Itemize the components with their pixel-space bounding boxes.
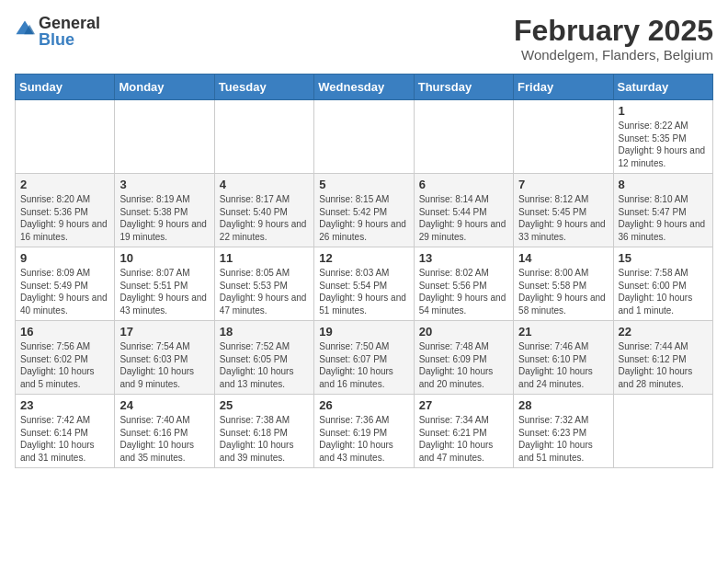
page-header: General Blue February 2025 Wondelgem, Fl… <box>15 15 713 63</box>
day-number: 26 <box>319 398 408 412</box>
day-number: 4 <box>220 178 309 191</box>
day-info: Sunrise: 7:34 AM Sunset: 6:21 PM Dayligh… <box>419 414 508 464</box>
calendar-cell <box>414 100 513 174</box>
day-info: Sunrise: 8:05 AM Sunset: 5:53 PM Dayligh… <box>220 267 309 316</box>
calendar-cell <box>314 100 414 174</box>
title-area: February 2025 Wondelgem, Flanders, Belgi… <box>514 15 713 63</box>
calendar-cell: 19Sunrise: 7:50 AM Sunset: 6:07 PM Dayli… <box>314 321 414 395</box>
calendar-cell <box>16 100 115 174</box>
day-info: Sunrise: 8:15 AM Sunset: 5:42 PM Dayligh… <box>319 193 408 243</box>
calendar-cell: 23Sunrise: 7:42 AM Sunset: 6:14 PM Dayli… <box>16 395 115 468</box>
day-info: Sunrise: 8:09 AM Sunset: 5:49 PM Dayligh… <box>20 267 109 316</box>
calendar-cell: 26Sunrise: 7:36 AM Sunset: 6:19 PM Dayli… <box>314 395 414 468</box>
day-info: Sunrise: 7:52 AM Sunset: 6:05 PM Dayligh… <box>220 340 309 390</box>
location-subtitle: Wondelgem, Flanders, Belgium <box>514 47 713 63</box>
day-info: Sunrise: 8:03 AM Sunset: 5:54 PM Dayligh… <box>319 267 408 316</box>
day-number: 22 <box>619 325 708 339</box>
day-number: 3 <box>119 178 209 191</box>
day-info: Sunrise: 8:07 AM Sunset: 5:51 PM Dayligh… <box>119 267 209 316</box>
day-number: 23 <box>20 398 109 412</box>
calendar-cell: 14Sunrise: 8:00 AM Sunset: 5:58 PM Dayli… <box>514 247 613 321</box>
calendar-cell: 10Sunrise: 8:07 AM Sunset: 5:51 PM Dayli… <box>115 247 214 321</box>
column-header-tuesday: Tuesday <box>214 75 313 100</box>
day-info: Sunrise: 7:56 AM Sunset: 6:02 PM Dayligh… <box>20 340 109 390</box>
column-header-friday: Friday <box>514 75 613 100</box>
calendar-cell: 27Sunrise: 7:34 AM Sunset: 6:21 PM Dayli… <box>414 395 513 468</box>
column-header-saturday: Saturday <box>613 75 712 100</box>
column-header-sunday: Sunday <box>16 75 115 100</box>
logo: General Blue <box>15 15 100 48</box>
calendar-week-row: 2Sunrise: 8:20 AM Sunset: 5:36 PM Daylig… <box>16 174 713 247</box>
day-info: Sunrise: 8:12 AM Sunset: 5:45 PM Dayligh… <box>518 193 608 243</box>
calendar-cell: 20Sunrise: 7:48 AM Sunset: 6:09 PM Dayli… <box>414 321 513 395</box>
day-number: 28 <box>518 398 608 412</box>
day-info: Sunrise: 8:20 AM Sunset: 5:36 PM Dayligh… <box>20 193 109 243</box>
calendar-cell <box>514 100 613 174</box>
calendar-cell: 24Sunrise: 7:40 AM Sunset: 6:16 PM Dayli… <box>115 395 214 468</box>
day-number: 12 <box>319 251 408 265</box>
calendar-cell: 22Sunrise: 7:44 AM Sunset: 6:12 PM Dayli… <box>613 321 712 395</box>
day-info: Sunrise: 8:22 AM Sunset: 5:35 PM Dayligh… <box>619 120 708 169</box>
calendar-cell: 9Sunrise: 8:09 AM Sunset: 5:49 PM Daylig… <box>16 247 115 321</box>
day-number: 5 <box>319 178 408 191</box>
day-number: 24 <box>119 398 209 412</box>
logo-icon <box>15 19 35 40</box>
calendar-cell: 12Sunrise: 8:03 AM Sunset: 5:54 PM Dayli… <box>314 247 414 321</box>
calendar-cell <box>214 100 313 174</box>
day-number: 11 <box>220 251 309 265</box>
calendar-cell: 7Sunrise: 8:12 AM Sunset: 5:45 PM Daylig… <box>514 174 613 247</box>
day-number: 9 <box>20 251 109 265</box>
calendar-cell: 2Sunrise: 8:20 AM Sunset: 5:36 PM Daylig… <box>16 174 115 247</box>
calendar-cell: 1Sunrise: 8:22 AM Sunset: 5:35 PM Daylig… <box>613 100 712 174</box>
calendar-cell: 25Sunrise: 7:38 AM Sunset: 6:18 PM Dayli… <box>214 395 313 468</box>
month-title: February 2025 <box>514 15 713 47</box>
day-number: 20 <box>419 325 508 339</box>
day-number: 19 <box>319 325 408 339</box>
day-number: 15 <box>619 251 708 265</box>
calendar-cell: 28Sunrise: 7:32 AM Sunset: 6:23 PM Dayli… <box>514 395 613 468</box>
calendar-cell: 21Sunrise: 7:46 AM Sunset: 6:10 PM Dayli… <box>514 321 613 395</box>
day-number: 16 <box>20 325 109 339</box>
calendar-cell: 18Sunrise: 7:52 AM Sunset: 6:05 PM Dayli… <box>214 321 313 395</box>
day-number: 27 <box>419 398 508 412</box>
calendar-cell: 3Sunrise: 8:19 AM Sunset: 5:38 PM Daylig… <box>115 174 214 247</box>
day-number: 21 <box>518 325 608 339</box>
calendar-header-row: SundayMondayTuesdayWednesdayThursdayFrid… <box>16 75 713 100</box>
day-info: Sunrise: 7:58 AM Sunset: 6:00 PM Dayligh… <box>619 267 708 316</box>
day-info: Sunrise: 7:40 AM Sunset: 6:16 PM Dayligh… <box>119 414 209 464</box>
day-info: Sunrise: 7:32 AM Sunset: 6:23 PM Dayligh… <box>518 414 608 464</box>
day-info: Sunrise: 8:14 AM Sunset: 5:44 PM Dayligh… <box>419 193 508 243</box>
column-header-monday: Monday <box>115 75 214 100</box>
calendar-cell: 8Sunrise: 8:10 AM Sunset: 5:47 PM Daylig… <box>613 174 712 247</box>
calendar-table: SundayMondayTuesdayWednesdayThursdayFrid… <box>15 74 713 468</box>
day-info: Sunrise: 7:36 AM Sunset: 6:19 PM Dayligh… <box>319 414 408 464</box>
day-info: Sunrise: 8:19 AM Sunset: 5:38 PM Dayligh… <box>119 193 209 243</box>
day-number: 14 <box>518 251 608 265</box>
day-number: 17 <box>119 325 209 339</box>
day-info: Sunrise: 7:42 AM Sunset: 6:14 PM Dayligh… <box>20 414 109 464</box>
day-number: 25 <box>220 398 309 412</box>
day-info: Sunrise: 8:00 AM Sunset: 5:58 PM Dayligh… <box>518 267 608 316</box>
day-number: 13 <box>419 251 508 265</box>
calendar-cell: 15Sunrise: 7:58 AM Sunset: 6:00 PM Dayli… <box>613 247 712 321</box>
day-info: Sunrise: 7:54 AM Sunset: 6:03 PM Dayligh… <box>119 340 209 390</box>
day-number: 10 <box>119 251 209 265</box>
calendar-cell <box>115 100 214 174</box>
calendar-cell <box>613 395 712 468</box>
calendar-week-row: 1Sunrise: 8:22 AM Sunset: 5:35 PM Daylig… <box>16 100 713 174</box>
column-header-thursday: Thursday <box>414 75 513 100</box>
calendar-cell: 6Sunrise: 8:14 AM Sunset: 5:44 PM Daylig… <box>414 174 513 247</box>
calendar-cell: 13Sunrise: 8:02 AM Sunset: 5:56 PM Dayli… <box>414 247 513 321</box>
logo-blue-text: Blue <box>39 31 100 48</box>
day-number: 18 <box>220 325 309 339</box>
day-number: 8 <box>619 178 708 191</box>
calendar-week-row: 23Sunrise: 7:42 AM Sunset: 6:14 PM Dayli… <box>16 395 713 468</box>
day-info: Sunrise: 8:17 AM Sunset: 5:40 PM Dayligh… <box>220 193 309 243</box>
day-info: Sunrise: 7:46 AM Sunset: 6:10 PM Dayligh… <box>518 340 608 390</box>
logo-general-text: General <box>39 15 100 31</box>
calendar-cell: 17Sunrise: 7:54 AM Sunset: 6:03 PM Dayli… <box>115 321 214 395</box>
calendar-cell: 11Sunrise: 8:05 AM Sunset: 5:53 PM Dayli… <box>214 247 313 321</box>
day-info: Sunrise: 7:38 AM Sunset: 6:18 PM Dayligh… <box>220 414 309 464</box>
day-number: 7 <box>518 178 608 191</box>
column-header-wednesday: Wednesday <box>314 75 414 100</box>
